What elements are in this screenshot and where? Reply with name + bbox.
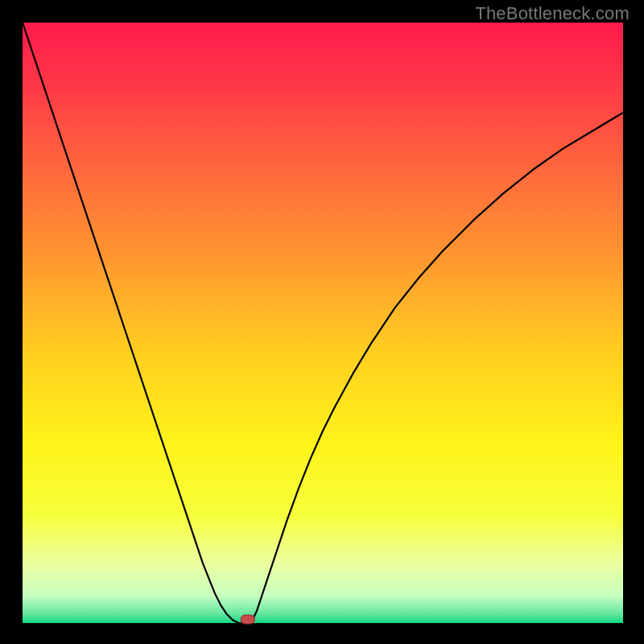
chart-root: TheBottleneck.com — [0, 0, 644, 644]
plot-area — [23, 23, 623, 623]
current-config-marker — [241, 615, 254, 624]
watermark-text: TheBottleneck.com — [475, 3, 630, 24]
bottleneck-chart — [0, 0, 644, 644]
